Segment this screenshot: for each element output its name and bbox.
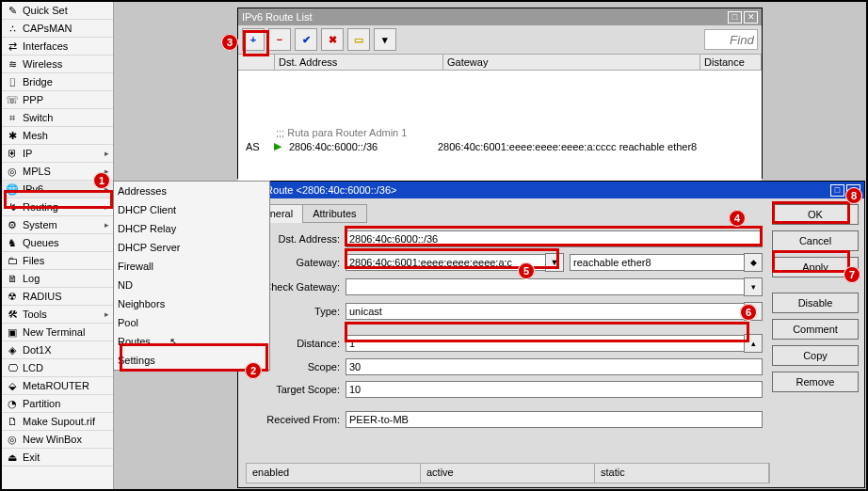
menu-routing[interactable]: ↯Routing▸: [2, 198, 113, 216]
menu-quickset[interactable]: ✎Quick Set: [2, 2, 113, 20]
chk-dropdown[interactable]: ▾: [744, 277, 763, 296]
winbox-icon: ◎: [6, 433, 19, 446]
log-icon: 🗎: [6, 272, 19, 285]
menu-lcd[interactable]: 🖵LCD: [2, 359, 113, 377]
submenu-addresses[interactable]: Addresses: [114, 182, 269, 200]
menu-files[interactable]: 🗀Files: [2, 252, 113, 270]
remove-button[interactable]: Remove: [772, 372, 859, 392]
menu-tools[interactable]: 🛠Tools▸: [2, 306, 113, 324]
col-dst[interactable]: Dst. Address: [275, 55, 443, 70]
input-distance[interactable]: [346, 335, 745, 352]
route-flags: AS: [242, 139, 270, 154]
terminal-icon: ▣: [6, 325, 19, 339]
col-gw[interactable]: Gateway: [443, 55, 700, 70]
menu-metarouter[interactable]: ⬙MetaROUTER: [2, 377, 113, 395]
gw-dropdown[interactable]: ▼: [545, 253, 564, 272]
form: General Attributes Dst. Address: Gateway…: [238, 198, 766, 487]
menu-terminal[interactable]: ▣New Terminal: [2, 324, 113, 341]
menu-bridge[interactable]: ⌷Bridge: [2, 73, 113, 91]
ok-button[interactable]: OK: [772, 204, 859, 225]
input-type[interactable]: [346, 303, 745, 320]
tabs: General Attributes: [246, 204, 763, 223]
menu-dot1x[interactable]: ◈Dot1X: [2, 341, 113, 359]
cursor-icon: ↖: [169, 336, 178, 348]
menu-interfaces[interactable]: ⇄Interfaces: [2, 38, 113, 55]
menu-system[interactable]: ⚙System▸: [2, 216, 113, 234]
maximize-icon[interactable]: □: [728, 11, 742, 24]
disable-button[interactable]: Disable: [772, 293, 859, 313]
wireless-icon: ≋: [6, 57, 19, 71]
main-menu: ✎Quick Set ⛬CAPsMAN ⇄Interfaces ≋Wireles…: [2, 2, 114, 489]
menu-exit[interactable]: ⏏Exit: [2, 449, 113, 467]
close-icon[interactable]: ✕: [744, 11, 758, 24]
input-scope[interactable]: [346, 358, 763, 375]
input-dst[interactable]: [346, 230, 763, 247]
submenu-pool[interactable]: Pool: [114, 313, 269, 332]
wand-icon: ✎: [6, 4, 19, 17]
menu-switch[interactable]: ⌗Switch: [2, 109, 113, 127]
submenu-dhcp-server[interactable]: DHCP Server: [114, 238, 269, 257]
remove-button[interactable]: −: [268, 28, 291, 51]
switch-icon: ⌗: [6, 111, 19, 124]
label-tscope: Target Scope:: [246, 384, 340, 395]
status-static: static: [595, 464, 769, 483]
comment-button[interactable]: ▭: [347, 28, 370, 51]
input-chk[interactable]: [346, 278, 745, 295]
dist-up[interactable]: ▴: [744, 334, 763, 353]
menu-supout[interactable]: 🗋Make Supout.rif: [2, 413, 113, 431]
tab-attributes[interactable]: Attributes: [302, 204, 366, 223]
menu-capsman[interactable]: ⛬CAPsMAN: [2, 20, 113, 38]
enable-button[interactable]: ✔: [295, 28, 317, 51]
find-input[interactable]: [704, 29, 758, 50]
cancel-button[interactable]: Cancel: [772, 230, 859, 251]
winbox-app: ✎Quick Set ⛬CAPsMAN ⇄Interfaces ≋Wireles…: [0, 0, 868, 491]
metarouter-icon: ⬙: [6, 379, 19, 392]
callout-4: 4: [729, 210, 746, 227]
filter-button[interactable]: ▾: [374, 28, 396, 51]
label-recv: Received From:: [246, 414, 340, 425]
titlebar[interactable]: IPv6 Route List □ ✕: [238, 8, 762, 25]
ipv6-submenu: Addresses DHCP Client DHCP Relay DHCP Se…: [113, 181, 270, 371]
input-gw-state: [570, 254, 745, 271]
menu-wireless[interactable]: ≋Wireless: [2, 55, 113, 73]
submenu-firewall[interactable]: Firewall: [114, 257, 269, 276]
button-panel: OK Cancel Apply Disable Comment Copy Rem…: [766, 198, 864, 487]
cap-icon: ⛬: [6, 22, 19, 35]
callout-5: 5: [518, 262, 535, 279]
menu-log[interactable]: 🗎Log: [2, 270, 113, 288]
menu-partition[interactable]: ◔Partition: [2, 395, 113, 413]
maximize-icon[interactable]: □: [830, 184, 844, 197]
submenu-neighbors[interactable]: Neighbors: [114, 294, 269, 313]
menu-ppp[interactable]: ☏PPP: [2, 91, 113, 109]
supout-icon: 🗋: [6, 415, 19, 428]
route-dst: 2806:40c:6000::/36: [285, 139, 434, 154]
copy-button[interactable]: Copy: [772, 345, 859, 366]
gw-updown[interactable]: ◆: [744, 253, 763, 272]
titlebar[interactable]: IPv6 Route <2806:40c:6000::/36> □ ✕: [238, 182, 864, 198]
submenu-dhcp-relay[interactable]: DHCP Relay: [114, 219, 269, 238]
input-gw[interactable]: [346, 254, 546, 271]
callout-2: 2: [245, 362, 262, 379]
chevron-right-icon: ▸: [104, 309, 109, 319]
menu-radius[interactable]: ☢RADIUS: [2, 288, 113, 306]
menu-queues[interactable]: ♞Queues: [2, 234, 113, 252]
route-row[interactable]: AS ▶ 2806:40c:6000::/36 2806:40c:6001:ee…: [238, 138, 762, 154]
route-gw: 2806:40c:6001:eeee:eeee:eeee:a:cccc reac…: [434, 139, 700, 154]
disable-button[interactable]: ✖: [321, 28, 344, 51]
routing-icon: ↯: [6, 200, 19, 214]
menu-mesh[interactable]: ✱Mesh: [2, 127, 113, 145]
exit-icon: ⏏: [6, 451, 19, 464]
menu-ip[interactable]: ⛨IP▸: [2, 145, 113, 163]
comment-button[interactable]: Comment: [772, 319, 859, 340]
mpls-icon: ◎: [6, 165, 19, 178]
submenu-routes[interactable]: Routes↖: [114, 332, 269, 351]
submenu-dhcp-client[interactable]: DHCP Client: [114, 200, 269, 219]
system-icon: ⚙: [6, 218, 19, 231]
radius-icon: ☢: [6, 290, 19, 303]
submenu-nd[interactable]: ND: [114, 276, 269, 294]
menu-newwinbox[interactable]: ◎New WinBox: [2, 431, 113, 449]
add-button[interactable]: +: [242, 28, 265, 51]
input-tscope[interactable]: [346, 381, 763, 398]
dot1x-icon: ◈: [6, 343, 19, 356]
col-dist[interactable]: Distance: [700, 55, 762, 70]
